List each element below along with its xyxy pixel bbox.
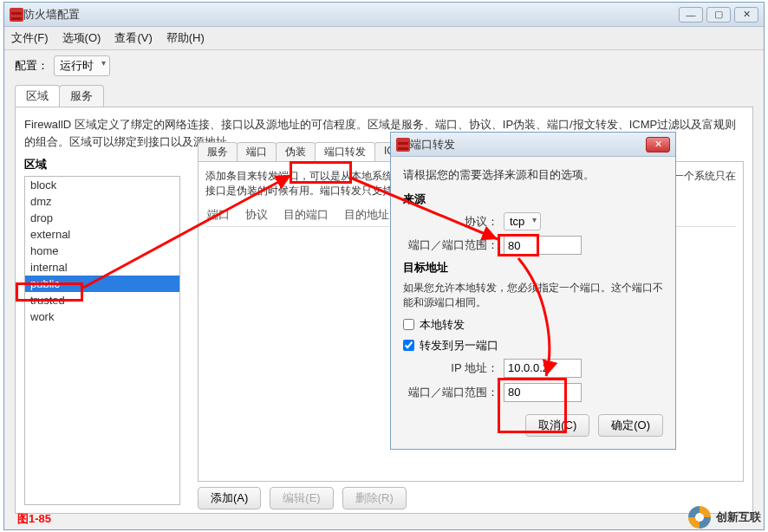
protocol-label: 协议：: [403, 214, 498, 230]
source-port-label: 端口／端口范围：: [403, 237, 498, 253]
firewall-icon: [396, 138, 410, 152]
zone-dmz[interactable]: dmz: [25, 193, 179, 210]
zone-drop[interactable]: drop: [25, 210, 179, 226]
protocol-select[interactable]: tcp: [504, 212, 541, 230]
col-port: 端口: [207, 207, 230, 223]
figure-label: 图1-85: [17, 511, 51, 527]
dest-port-input[interactable]: [504, 383, 582, 402]
dialog-title: 端口转发: [410, 137, 646, 152]
brand-logo-icon: [688, 506, 711, 529]
menu-options[interactable]: 选项(O): [62, 30, 101, 46]
menu-help[interactable]: 帮助(H): [166, 30, 205, 46]
brand-watermark: 创新互联: [688, 506, 761, 529]
zone-work[interactable]: work: [25, 308, 179, 325]
zone-home[interactable]: home: [25, 243, 179, 259]
dest-note: 如果您允许本地转发，您必须指定一个端口。这个端口不能和源端口相同。: [403, 281, 663, 310]
delete-button: 删除(R): [342, 487, 407, 509]
config-label: 配置：: [15, 58, 49, 74]
source-heading: 来源: [403, 191, 663, 207]
subtab-masquerade[interactable]: 伪装: [276, 142, 316, 161]
menubar: 文件(F) 选项(O) 查看(V) 帮助(H): [4, 27, 764, 50]
minimize-button[interactable]: —: [679, 7, 703, 23]
col-proto: 协议: [245, 207, 268, 223]
forward-other-label: 转发到另一端口: [420, 338, 498, 354]
source-port-input[interactable]: [504, 236, 582, 255]
menu-view[interactable]: 查看(V): [114, 30, 152, 46]
ip-label: IP 地址：: [403, 360, 498, 376]
window-title: 防火墙配置: [23, 7, 679, 23]
config-select[interactable]: 运行时: [54, 55, 110, 76]
dialog-prompt: 请根据您的需要选择来源和目的选项。: [403, 167, 663, 183]
port-forward-dialog: 端口转发 ✕ 请根据您的需要选择来源和目的选项。 来源 协议： tcp 端口／端…: [390, 132, 676, 450]
subtab-ports[interactable]: 端口: [237, 142, 277, 161]
ok-button[interactable]: 确定(O): [598, 414, 663, 437]
cancel-button[interactable]: 取消(C): [525, 414, 589, 437]
dest-port-label: 端口／端口范围：: [403, 385, 498, 400]
forward-buttons: 添加(A) 编辑(E) 删除(R): [198, 487, 744, 509]
zone-block[interactable]: block: [25, 177, 179, 193]
dialog-close-button[interactable]: ✕: [646, 137, 670, 152]
tab-zones[interactable]: 区域: [15, 85, 60, 107]
dialog-titlebar: 端口转发 ✕: [391, 133, 675, 157]
subtab-port-forward[interactable]: 端口转发: [315, 142, 375, 161]
dest-heading: 目标地址: [403, 260, 663, 276]
zones-list[interactable]: block dmz drop external home internal pu…: [24, 176, 180, 505]
close-button[interactable]: ✕: [734, 7, 758, 23]
local-forward-label: 本地转发: [420, 317, 465, 333]
zone-trusted[interactable]: trusted: [25, 292, 179, 308]
col-daddr: 目的地址: [344, 207, 389, 223]
main-tabs: 区域 服务: [15, 85, 753, 107]
zone-public[interactable]: public: [25, 276, 179, 292]
ip-input[interactable]: [504, 359, 582, 378]
add-button[interactable]: 添加(A): [198, 487, 261, 509]
firewall-icon: [10, 8, 23, 22]
edit-button: 编辑(E): [270, 487, 333, 509]
local-forward-checkbox[interactable]: [403, 319, 414, 330]
menu-file[interactable]: 文件(F): [11, 30, 49, 46]
window-buttons: — ▢ ✕: [679, 7, 758, 23]
brand-text: 创新互联: [716, 509, 761, 525]
maximize-button[interactable]: ▢: [706, 7, 731, 23]
zone-internal[interactable]: internal: [25, 259, 179, 276]
subtab-services[interactable]: 服务: [198, 142, 238, 161]
zone-external[interactable]: external: [25, 226, 179, 243]
dialog-body: 请根据您的需要选择来源和目的选项。 来源 协议： tcp 端口／端口范围： 目标…: [391, 157, 675, 449]
config-row: 配置： 运行时: [4, 50, 764, 81]
main-titlebar: 防火墙配置 — ▢ ✕: [4, 3, 764, 27]
forward-other-checkbox[interactable]: [403, 340, 414, 351]
tab-services[interactable]: 服务: [59, 85, 104, 107]
col-dport: 目的端口: [283, 207, 329, 223]
